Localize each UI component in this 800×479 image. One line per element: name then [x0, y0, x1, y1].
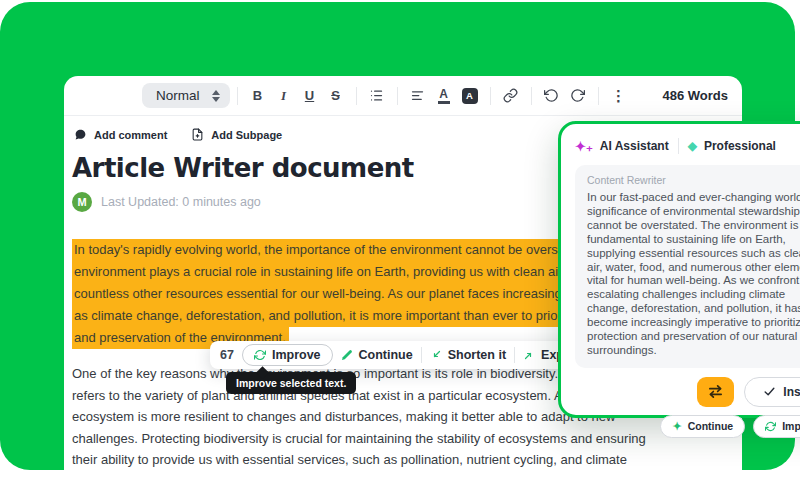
toolbar-divider — [598, 87, 599, 105]
tone-label: Professional — [704, 139, 776, 153]
insert-button[interactable]: Insert — [744, 377, 800, 407]
strikethrough-button[interactable]: S — [323, 83, 349, 109]
sparkles-icon: ✦₊ — [575, 140, 593, 153]
highlight-color-icon: A — [462, 88, 478, 104]
align-button[interactable] — [405, 83, 431, 109]
link-icon — [503, 88, 518, 103]
panel-continue-button[interactable]: ✦ Continue — [660, 415, 745, 438]
body-line: their ability to provide us with essenti… — [72, 449, 732, 470]
font-color-button[interactable]: A — [431, 83, 457, 109]
ai-assistant-panel: ✦₊ AI Assistant ◆ Professional Content R… — [558, 121, 800, 418]
comment-icon — [74, 128, 87, 141]
bold-button[interactable]: B — [245, 83, 271, 109]
panel-improve-label: Improve — [782, 420, 800, 432]
continue-button[interactable]: Continue — [341, 348, 413, 362]
page: Normal B I U S — [0, 0, 800, 479]
ai-assistant-label: AI Assistant — [600, 139, 669, 153]
refresh-icon — [765, 421, 776, 432]
word-count: 486 Words — [662, 88, 728, 103]
selection-toolbar: 67 Improve Continue Shorten it — [210, 341, 582, 369]
redo-button[interactable] — [565, 83, 591, 109]
improve-tooltip: Improve selected text. — [226, 372, 356, 394]
subpage-icon — [191, 128, 204, 141]
add-subpage-button[interactable]: Add Subpage — [191, 128, 282, 141]
toolbar-divider — [421, 347, 422, 363]
undo-button[interactable] — [539, 83, 565, 109]
bullet-list-icon — [369, 88, 384, 103]
toolbar-divider — [514, 347, 515, 363]
panel-improve-button[interactable]: Improve — [753, 415, 800, 438]
sparkle-icon: ✦ — [672, 421, 681, 432]
redo-icon — [570, 88, 585, 103]
check-icon — [763, 385, 776, 398]
italic-button[interactable]: I — [271, 83, 297, 109]
toolbar-divider — [397, 87, 398, 105]
highlight-color-button[interactable]: A — [457, 83, 483, 109]
pencil-icon — [341, 349, 353, 361]
rewriter-title: Content Rewriter — [587, 174, 800, 186]
rewriter-text: In our fast-paced and ever-changing worl… — [587, 191, 800, 358]
align-icon — [410, 88, 425, 103]
improve-label: Improve — [272, 348, 321, 362]
selection-word-count: 67 — [220, 348, 234, 362]
expand-arrow-icon — [523, 349, 535, 361]
insert-label: Insert — [783, 385, 800, 399]
font-color-icon: A — [438, 88, 450, 104]
shorten-label: Shorten it — [448, 348, 506, 362]
add-comment-label: Add comment — [94, 129, 167, 141]
diamond-icon: ◆ — [688, 140, 697, 152]
panel-divider — [678, 138, 679, 154]
undo-icon — [544, 88, 559, 103]
select-chevrons-icon — [212, 90, 220, 102]
bullet-list-button[interactable] — [364, 83, 390, 109]
style-select-value: Normal — [156, 88, 200, 103]
improve-button[interactable]: Improve — [242, 344, 333, 366]
underline-button[interactable]: U — [297, 83, 323, 109]
tone-selector[interactable]: ◆ Professional — [688, 139, 776, 153]
add-subpage-label: Add Subpage — [211, 129, 282, 141]
editor-toolbar: Normal B I U S — [64, 76, 742, 116]
paragraph-style-select[interactable]: Normal — [142, 83, 230, 108]
more-options-button[interactable]: ⋮ — [606, 83, 632, 109]
toolbar-divider — [356, 87, 357, 105]
last-updated-text: Last Updated: 0 minutes ago — [101, 195, 261, 209]
avatar: M — [72, 192, 92, 212]
ai-panel-header: ✦₊ AI Assistant ◆ Professional — [575, 133, 800, 159]
panel-actions-secondary: ✦ Continue Improve — [575, 415, 800, 438]
toolbar-divider — [490, 87, 491, 105]
toolbar-divider — [531, 87, 532, 105]
add-comment-button[interactable]: Add comment — [74, 128, 167, 141]
panel-continue-label: Continue — [688, 420, 734, 432]
shrink-arrow-icon — [430, 349, 442, 361]
swap-arrows-icon — [707, 383, 724, 400]
swap-button[interactable] — [697, 377, 734, 407]
refresh-icon — [254, 349, 266, 361]
shorten-button[interactable]: Shorten it — [430, 348, 506, 362]
panel-actions-primary: Insert — [575, 377, 800, 407]
link-button[interactable] — [498, 83, 524, 109]
ai-assistant-tab[interactable]: ✦₊ AI Assistant — [575, 139, 669, 153]
toolbar-divider — [237, 87, 238, 105]
rewriter-result-card: Content Rewriter In our fast-paced and e… — [575, 165, 800, 368]
continue-label: Continue — [359, 348, 413, 362]
